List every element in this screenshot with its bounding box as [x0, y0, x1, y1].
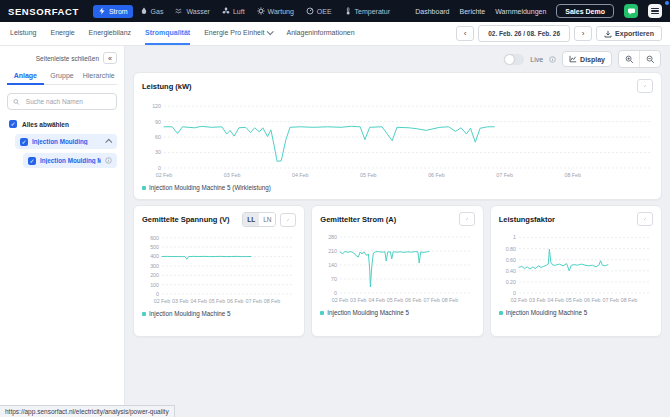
nav-item-oee[interactable]: OEE — [301, 5, 337, 18]
chart-legend: Injection Moulding Machine 5 — [320, 309, 474, 316]
tab-energie[interactable]: Energie — [50, 22, 74, 45]
live-toggle[interactable] — [504, 54, 524, 65]
svg-text:03 Feb: 03 Feb — [350, 297, 367, 303]
support-chat-button[interactable] — [624, 4, 638, 18]
tree-item-injection-moulding-machine-5[interactable]: ✓ Injection Moulding Machine 5 — [23, 153, 117, 168]
date-next-button[interactable]: › — [574, 26, 592, 41]
nav-item-wasser[interactable]: Wasser — [170, 5, 214, 18]
svg-text:03 Feb: 03 Feb — [172, 298, 189, 304]
nav-link-warnmeldungen[interactable]: Warnmeldungen — [495, 8, 546, 15]
search-icon — [13, 98, 20, 106]
card-header: Gemittelte Spannung (V) LL LN — [142, 212, 296, 227]
legend-label: Injection Moulding Machine 5 (Wirkleistu… — [149, 184, 271, 191]
toggle-ll-button[interactable]: LL — [243, 213, 259, 226]
tree-item-injection-moulding[interactable]: ✓ Injection Moulding — [15, 134, 117, 149]
nav-item-label: Wartung — [268, 8, 294, 15]
nav-item-label: Luft — [233, 8, 245, 15]
expand-chart-button[interactable] — [637, 212, 653, 226]
chevron-down-icon — [267, 28, 274, 35]
collapse-sidebar-label: Seitenleiste schließen — [36, 55, 99, 62]
tab-stromqualitaet[interactable]: Stromqualität — [145, 22, 190, 45]
gauge-icon — [306, 7, 314, 15]
expand-icon — [466, 215, 468, 223]
power-line-chart[interactable]: 030609012002 Feb03 Feb04 Feb05 Feb06 Feb… — [142, 95, 653, 183]
nav-item-label: Wasser — [186, 8, 209, 15]
nav-item-luft[interactable]: Luft — [217, 5, 250, 18]
group-checkbox[interactable]: ✓ — [20, 138, 28, 146]
expand-chart-button[interactable] — [459, 212, 475, 226]
chevron-left-icon: ‹ — [464, 30, 467, 38]
svg-text:0.20: 0.20 — [505, 279, 515, 285]
tab-energiebilanz[interactable]: Energiebilanz — [89, 22, 131, 45]
deselect-all-label: Alles abwählen — [22, 121, 69, 128]
legend-dot — [142, 186, 146, 190]
card-header: Leistung (kW) — [142, 79, 653, 93]
nav-link-dashboard[interactable]: Dashboard — [415, 8, 449, 15]
deselect-all-row: ✓ Alles abwählen — [7, 120, 117, 128]
fan-icon — [222, 7, 230, 15]
nav-item-gas[interactable]: Gas — [135, 5, 169, 18]
current-line-chart[interactable]: 07014021028002 Feb03 Feb04 Feb05 Feb06 F… — [320, 228, 474, 308]
svg-text:300: 300 — [150, 263, 159, 269]
display-button[interactable]: Display — [562, 51, 612, 67]
voltage-line-chart[interactable]: 010020030040050060002 Feb03 Feb04 Feb05 … — [142, 229, 296, 309]
sales-demo-button[interactable]: Sales Demo — [556, 4, 614, 18]
search-input[interactable] — [24, 97, 111, 106]
svg-text:70: 70 — [331, 276, 337, 282]
svg-text:0: 0 — [158, 165, 161, 171]
svg-text:05 Feb: 05 Feb — [565, 297, 582, 303]
svg-text:60: 60 — [155, 134, 161, 140]
power-factor-chart-card: Leistungsfaktor 00.200.400.600.80102 Feb… — [490, 205, 662, 337]
menu-button[interactable] — [648, 4, 662, 18]
svg-text:140: 140 — [328, 262, 337, 268]
svg-text:07 Feb: 07 Feb — [602, 297, 619, 303]
sidebar-tab-hierarchie[interactable]: Hierarchie — [80, 72, 117, 85]
svg-text:04 Feb: 04 Feb — [292, 172, 309, 178]
tab-leistung[interactable]: Leistung — [10, 22, 36, 45]
expand-chart-button[interactable] — [280, 213, 296, 227]
zoom-out-icon — [646, 55, 655, 64]
date-range-picker[interactable]: 02. Feb. 26 / 08. Feb. 26 — [478, 25, 570, 42]
sensorfact-logo: SENSORFACT — [8, 6, 79, 17]
sidebar-tab-gruppe[interactable]: Gruppe — [44, 72, 81, 85]
nav-item-wartung[interactable]: Wartung — [252, 5, 299, 18]
lightning-icon — [98, 7, 106, 15]
collapse-sidebar-button[interactable]: « — [103, 52, 117, 64]
tab-anlageninformationen[interactable]: Anlageninformationen — [286, 22, 354, 45]
current-chart-card: Gemittelter Strom (A) 07014021028002 Feb… — [311, 205, 483, 337]
power-chart-card: Leistung (kW) 030609012002 Feb03 Feb04 F… — [133, 72, 662, 200]
svg-text:400: 400 — [150, 253, 159, 259]
nav-item-strom[interactable]: Strom — [93, 5, 133, 18]
nav-link-berichte[interactable]: Berichte — [460, 8, 486, 15]
download-icon — [604, 30, 612, 38]
expand-chart-button[interactable] — [637, 79, 653, 93]
sidebar-tab-anlage[interactable]: Anlage — [7, 72, 44, 85]
chart-legend: Injection Moulding Machine 5 (Wirkleistu… — [142, 184, 653, 191]
toggle-ln-button[interactable]: LN — [259, 213, 275, 226]
svg-text:05 Feb: 05 Feb — [209, 298, 226, 304]
date-prev-button[interactable]: ‹ — [456, 26, 474, 41]
voltage-mode-toggle: LL LN — [242, 212, 276, 227]
svg-text:02 Feb: 02 Feb — [156, 172, 173, 178]
svg-text:04 Feb: 04 Feb — [547, 297, 564, 303]
nav-item-temperatur[interactable]: Temperatur — [339, 5, 395, 18]
navbar-right: Dashboard Berichte Warnmeldungen Sales D… — [415, 4, 662, 18]
chevron-right-icon: › — [582, 30, 585, 38]
live-info-icon[interactable] — [549, 56, 556, 63]
expand-icon — [644, 215, 646, 223]
small-charts-row: Gemittelte Spannung (V) LL LN 0100200300… — [133, 205, 662, 337]
tab-energie-pro-einheit[interactable]: Energie Pro Einheit — [204, 22, 272, 45]
info-icon[interactable] — [105, 157, 112, 164]
zoom-in-button[interactable] — [619, 51, 639, 67]
chevron-up-icon[interactable] — [105, 139, 112, 146]
svg-text:02 Feb: 02 Feb — [332, 297, 349, 303]
machine-checkbox[interactable]: ✓ — [28, 157, 36, 165]
svg-text:08 Feb: 08 Feb — [442, 297, 459, 303]
expand-icon — [287, 216, 289, 224]
zoom-out-button[interactable] — [639, 51, 660, 67]
deselect-all-checkbox[interactable]: ✓ — [9, 120, 17, 128]
power-factor-line-chart[interactable]: 00.200.400.600.80102 Feb03 Feb04 Feb05 F… — [499, 228, 653, 308]
export-button[interactable]: Exportieren — [596, 26, 662, 41]
chart-legend: Injection Moulding Machine 5 — [499, 309, 653, 316]
svg-text:05 Feb: 05 Feb — [387, 297, 404, 303]
